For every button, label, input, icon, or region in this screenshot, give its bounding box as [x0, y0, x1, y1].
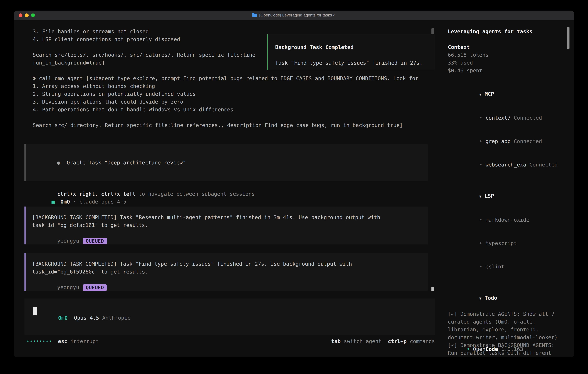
- author-label: yeongyu: [57, 238, 79, 244]
- titlebar: [OpenCode] Leveraging agents for tasks ◐: [14, 11, 574, 20]
- context-tokens: 66,518 tokens: [448, 51, 567, 59]
- input-model-label: Opus 4.5: [74, 315, 99, 321]
- minimize-button[interactable]: [25, 13, 29, 17]
- context-heading: Context: [448, 43, 567, 51]
- esc-key-hint: esc: [58, 337, 67, 345]
- toast-notification[interactable]: Background Task Completed Task "Find typ…: [267, 34, 435, 70]
- traffic-lights: [19, 11, 35, 20]
- todo-item-done: [✓] Demonstrate AGENTS: Show all 7 curat…: [448, 310, 567, 341]
- mcp-section: ▼MCP •context7Connected •grep_appConnect…: [448, 82, 567, 177]
- lsp-item: •eslint: [448, 255, 567, 278]
- tab-key-hint: tab: [331, 337, 341, 345]
- chevron-down-icon: ▼: [479, 296, 482, 301]
- bullet-icon: •: [479, 264, 482, 270]
- oracle-spacer: [32, 174, 428, 182]
- input-provider-label: Anthropic: [102, 315, 130, 321]
- message-text: task_id="bg_6f59260c" to get results.: [32, 268, 428, 276]
- mcp-status: Connected: [514, 115, 542, 121]
- mcp-item: •grep_appConnected: [448, 130, 567, 153]
- mcp-status: Connected: [514, 138, 542, 144]
- version-number: 1.0.163: [501, 346, 523, 352]
- todo-heading: Todo: [484, 295, 497, 301]
- oracle-panel: ◉Oracle Task "Deep architecture review" …: [24, 144, 428, 181]
- toast-spacer: [275, 51, 435, 59]
- agent-square-icon: ▣: [52, 199, 55, 205]
- message-card: [BACKGROUND TASK COMPLETED] Task "Resear…: [24, 207, 428, 244]
- message-text: [BACKGROUND TASK COMPLETED] Task "Resear…: [32, 213, 428, 221]
- bullet-icon: •: [467, 346, 470, 352]
- scrollback-line: [33, 114, 419, 121]
- context-spent: $0.46 spent: [448, 67, 567, 74]
- scroll-bottom-indicator[interactable]: [431, 287, 434, 291]
- keybind-hint: to navigate between subagent sessions: [136, 191, 255, 197]
- lsp-name: markdown-oxide: [485, 217, 529, 223]
- chat-input[interactable]: OmOOpus 4.5Anthropic: [24, 299, 435, 335]
- scrollback-line: 2. String operations on potentially unde…: [33, 90, 419, 98]
- message-text: task_id="bg_dcfac161" to get results.: [32, 221, 428, 229]
- model-indicator: OmOOpus 4.5Anthropic: [33, 306, 130, 330]
- sidebar: Leveraging agents for tasks Context 66,5…: [448, 28, 567, 357]
- author-label: yeongyu: [57, 284, 79, 290]
- scrollback-line: 1. Array access without bounds checking: [33, 82, 419, 90]
- agent-model: claude-opus-4-5: [79, 199, 126, 205]
- queued-badge: QUEUED: [83, 238, 107, 244]
- bullet-icon: •: [479, 115, 482, 121]
- opencode-name: Open: [473, 346, 485, 352]
- mcp-name: grep_app: [485, 138, 510, 144]
- chevron-down-icon: ▼: [479, 92, 482, 97]
- folder-icon: [252, 14, 257, 17]
- context-section: Context 66,518 tokens 33% used $0.46 spe…: [448, 43, 567, 74]
- opencode-name-bold: Code: [485, 346, 498, 352]
- spinner-dots: ••••••••: [27, 337, 52, 345]
- chevron-down-icon: ▼: [479, 194, 482, 198]
- toast-title: Background Task Completed: [275, 43, 435, 51]
- toast-body: Task "Find type safety issues" finished …: [275, 59, 435, 67]
- terminal-window: [OpenCode] Leveraging agents for tasks ◐…: [14, 10, 574, 357]
- scrollback-line: 3. Division operations that could divide…: [33, 98, 419, 106]
- scrollback-line-tool-call: ⚙ call_omo_agent [subagent_type=explore,…: [33, 74, 419, 82]
- lsp-heading: LSP: [484, 193, 494, 199]
- mcp-item: •context7Connected: [448, 106, 567, 130]
- mcp-status: Connected: [529, 162, 558, 168]
- switch-agent-label: switch agent: [344, 337, 381, 345]
- mcp-name: websearch_exa: [485, 162, 526, 168]
- queued-badge: QUEUED: [83, 284, 107, 291]
- session-title: Leveraging agents for tasks: [448, 28, 567, 35]
- lsp-name: eslint: [485, 264, 504, 270]
- opencode-version: •OpenCode1.0.163: [448, 337, 523, 357]
- lsp-item: •typescript: [448, 231, 567, 255]
- message-text: [BACKGROUND TASK COMPLETED] Task "Find t…: [32, 260, 428, 268]
- commands-label: commands: [410, 337, 435, 345]
- interrupt-label: interrupt: [71, 337, 99, 345]
- scrollback-line: 4. Path operations that don't handle Win…: [33, 106, 419, 114]
- bullet-icon: •: [479, 162, 482, 168]
- window-title: [OpenCode] Leveraging agents for tasks ◐: [259, 11, 336, 19]
- lsp-name: typescript: [485, 240, 517, 246]
- ctrlp-key-hint: ctrl+p: [388, 337, 407, 345]
- zoom-button[interactable]: [31, 13, 35, 17]
- bullet-icon: •: [479, 138, 482, 144]
- scrollback-line: Search src/ directory. Return specific f…: [33, 121, 419, 129]
- status-bar: ••••••••escinterrupt tabswitch agentctrl…: [27, 337, 435, 345]
- input-agent-label: OmO: [58, 315, 68, 321]
- mcp-item: •websearch_exaConnected: [448, 153, 567, 177]
- close-button[interactable]: [19, 13, 22, 17]
- bullet-icon: •: [479, 240, 482, 246]
- mcp-name: context7: [485, 115, 510, 121]
- agent-name: OmO: [61, 199, 70, 205]
- context-used: 33% used: [448, 59, 567, 67]
- lsp-item: •markdown-oxide: [448, 208, 567, 231]
- sidebar-scrollbar-thumb[interactable]: [567, 27, 569, 49]
- agent-separator: ·: [73, 199, 76, 205]
- bullet-icon: •: [479, 217, 482, 223]
- oracle-title: Oracle Task "Deep architecture review": [67, 160, 186, 166]
- lsp-section: ▼LSP •markdown-oxide •typescript •eslint: [448, 184, 567, 278]
- mcp-heading: MCP: [484, 91, 494, 97]
- message-card: [BACKGROUND TASK COMPLETED] Task "Find t…: [24, 253, 428, 291]
- fisheye-icon: ◉: [57, 160, 60, 166]
- desktop: [OpenCode] Leveraging agents for tasks ◐…: [0, 0, 588, 374]
